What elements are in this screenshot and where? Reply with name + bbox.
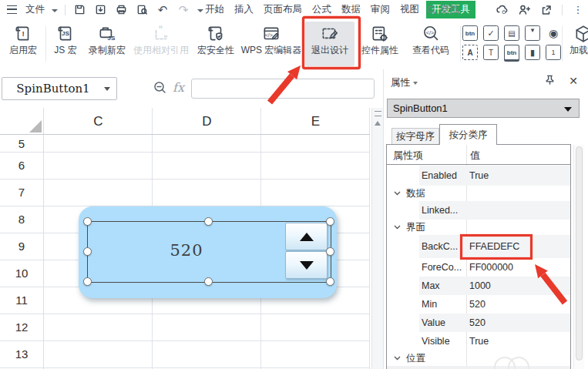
- select-all-triangle-icon: [29, 120, 42, 133]
- resize-handle[interactable]: [83, 277, 92, 286]
- spin-button-icon[interactable]: 1: [546, 45, 561, 60]
- formula-bar: SpinButton1 fx: [0, 69, 383, 108]
- resize-handle[interactable]: [204, 277, 213, 286]
- column-header-C[interactable]: C: [44, 108, 153, 135]
- view-code-icon: </>: [421, 24, 441, 44]
- chevron-down-icon: [394, 356, 401, 361]
- tab-data[interactable]: 数据: [338, 2, 364, 18]
- panel-scrollbar[interactable]: [573, 145, 584, 369]
- split-handle-icon[interactable]: [375, 111, 381, 116]
- property-row-max[interactable]: Max 1000: [387, 277, 570, 295]
- scroll-up-icon[interactable]: [375, 121, 381, 126]
- tab-view[interactable]: 视图: [397, 2, 422, 18]
- export-pdf-icon[interactable]: [93, 3, 107, 17]
- property-row-min[interactable]: Min 520: [387, 295, 570, 314]
- checkbox-icon[interactable]: ✓: [483, 25, 499, 41]
- cloud-sync-off-icon[interactable]: [495, 3, 509, 17]
- print-icon[interactable]: [114, 3, 128, 17]
- category-row-interface[interactable]: 界面: [387, 220, 570, 235]
- add-ins-button[interactable]: 加载项: [566, 22, 588, 66]
- col-value-label: 值: [470, 149, 480, 163]
- tab-home[interactable]: 开始: [202, 2, 227, 18]
- category-row-position[interactable]: 位置: [387, 351, 570, 366]
- exit-design-button[interactable]: 退出设计: [305, 22, 354, 66]
- more-options-icon[interactable]: ⋮: [571, 3, 585, 17]
- row-header-10[interactable]: 10: [0, 260, 43, 287]
- pin-icon[interactable]: [544, 74, 556, 86]
- resize-handle[interactable]: [326, 277, 334, 286]
- text-box-icon[interactable]: T: [483, 45, 499, 60]
- property-row-linked[interactable]: Linked...: [387, 201, 570, 220]
- js-macro-button[interactable]: JS JS 宏: [49, 22, 82, 66]
- resize-handle[interactable]: [83, 217, 92, 226]
- row-header-9[interactable]: 9: [0, 233, 43, 260]
- print-preview-icon[interactable]: [135, 3, 149, 17]
- formula-input[interactable]: [191, 79, 375, 99]
- list-box-icon[interactable]: ▾: [525, 25, 540, 41]
- search-box[interactable]: 查找: [426, 0, 459, 19]
- hamburger-menu-icon[interactable]: [5, 3, 18, 17]
- resize-handle[interactable]: [204, 217, 213, 226]
- property-row-backcolor[interactable]: BackC... FFAEDEFC: [387, 235, 570, 258]
- file-menu[interactable]: 文件: [25, 3, 45, 16]
- column-header-E[interactable]: E: [261, 108, 370, 135]
- name-box-caret-icon[interactable]: [104, 87, 110, 91]
- property-row-enabled[interactable]: Enabled True: [387, 166, 570, 186]
- sheet-vertical-scrollbar[interactable]: [371, 108, 383, 369]
- spinbutton-control[interactable]: 520: [79, 206, 337, 298]
- row-header-6[interactable]: 6: [0, 152, 43, 179]
- zoom-formula-icon[interactable]: [153, 80, 168, 96]
- column-header-D[interactable]: D: [153, 108, 261, 135]
- save-icon[interactable]: [72, 3, 86, 17]
- tab-insert[interactable]: 插入: [231, 2, 257, 18]
- scroll-bar-icon[interactable]: ▮: [525, 45, 540, 60]
- property-row-forecolor[interactable]: ForeCo... FF000000: [387, 258, 570, 277]
- control-properties-button[interactable]: 控件属性: [356, 22, 404, 66]
- select-all-corner[interactable]: [0, 108, 43, 135]
- enable-macros-button[interactable]: ! 启用宏: [5, 22, 42, 66]
- tab-review[interactable]: 审阅: [368, 2, 393, 18]
- undo-icon[interactable]: ↶: [156, 3, 170, 17]
- macro-warning-icon: !: [13, 24, 33, 44]
- tab-formulas[interactable]: 公式: [309, 2, 334, 18]
- resize-handle[interactable]: [326, 247, 334, 256]
- row-header-12[interactable]: 12: [0, 314, 43, 340]
- tab-page-layout[interactable]: 页面布局: [260, 2, 305, 18]
- row-header-11[interactable]: 11: [0, 287, 43, 314]
- label-icon[interactable]: A: [462, 45, 478, 60]
- record-macro-button[interactable]: JS 录制新宏: [84, 22, 130, 66]
- add-collaborator-icon[interactable]: [517, 3, 531, 17]
- command-button-icon[interactable]: btn: [462, 25, 478, 41]
- panel-scrollbar-thumb[interactable]: [576, 146, 583, 361]
- redo-icon[interactable]: ↷: [176, 3, 190, 17]
- button-label: 加载项: [570, 45, 588, 55]
- macro-security-button[interactable]: 宏安全性: [192, 22, 240, 66]
- row-header-7[interactable]: 7: [0, 179, 43, 206]
- share-icon[interactable]: [539, 3, 553, 17]
- toggle-button-icon[interactable]: btn: [504, 45, 519, 62]
- close-icon[interactable]: ✕: [569, 74, 578, 88]
- object-selector[interactable]: SpinButton1: [387, 99, 580, 118]
- wps-macro-editor-button[interactable]: </> WPS 宏编辑器: [240, 22, 303, 66]
- tab-alphabetic[interactable]: 按字母序: [391, 128, 439, 145]
- panel-title-caret-icon[interactable]: [413, 82, 418, 85]
- property-row-visible[interactable]: Visible True: [387, 332, 570, 351]
- tab-categorized[interactable]: 按分类序: [439, 124, 497, 145]
- fx-icon[interactable]: fx: [173, 80, 184, 95]
- resize-handle[interactable]: [83, 247, 92, 256]
- macro-editor-icon: </>: [261, 24, 281, 44]
- category-row-data[interactable]: 数据: [387, 186, 570, 201]
- option-button-icon[interactable]: ◉: [546, 25, 561, 41]
- file-menu-caret-icon[interactable]: [52, 9, 58, 12]
- name-box[interactable]: SpinButton1: [2, 77, 117, 100]
- view-code-button[interactable]: </> 查看代码: [407, 22, 455, 66]
- row-header-5[interactable]: 5: [0, 135, 43, 152]
- search-icon: [426, 5, 437, 15]
- resize-handle[interactable]: [326, 217, 334, 226]
- row-header-8[interactable]: 8: [0, 206, 43, 233]
- relative-reference-icon: “”: [151, 24, 171, 44]
- object-selector-value: SpinButton1: [393, 102, 448, 114]
- property-row-value[interactable]: Value 520: [387, 314, 570, 332]
- combo-box-icon[interactable]: ▤: [504, 25, 519, 41]
- row-header-13[interactable]: 13: [0, 340, 43, 367]
